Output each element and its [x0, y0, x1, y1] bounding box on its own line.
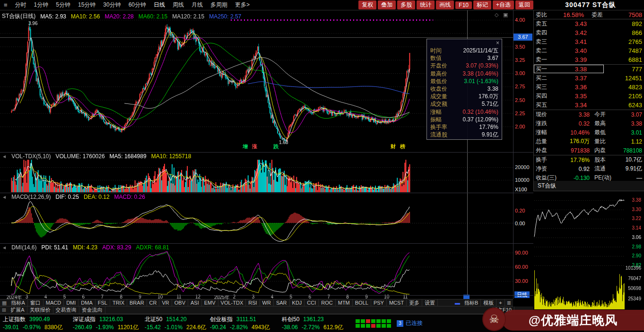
connection-count-badge[interactable]: 3 — [397, 320, 403, 327]
ask-row[interactable]: 卖二3.407487 — [534, 46, 644, 55]
index-line2: -38.06-2.72%612.9亿 — [282, 323, 350, 332]
ask-row[interactable]: 卖五3.43892 — [534, 19, 644, 28]
collapse-icon[interactable]: ◀ — [3, 195, 6, 199]
add-favorite-button[interactable]: +自选 — [493, 0, 514, 9]
indicator-tab-22[interactable]: PSY — [371, 299, 387, 306]
menu-icon[interactable]: ≡ — [0, 1, 11, 9]
volume-axis-label: 20000 — [515, 164, 533, 170]
stat-value: 10.7亿 — [619, 156, 642, 164]
period-more[interactable]: 更多> — [231, 1, 253, 9]
indicator-right-tab-0[interactable]: 指标B — [462, 299, 481, 306]
indicator-tab-6[interactable]: TRIX — [110, 299, 127, 306]
indicator-tab-7[interactable]: BRAR — [127, 299, 147, 306]
list-menu-icon[interactable]: ≣ — [505, 300, 513, 306]
bid-row[interactable]: 买二3.3712451 — [534, 74, 644, 83]
bottom-tab-1[interactable]: 关联报价 — [27, 306, 53, 314]
expand-grid-icon[interactable]: ⊞ — [0, 307, 8, 313]
indicator-tab-18[interactable]: CCI — [305, 299, 319, 306]
indicator-tab-14[interactable]: RSI — [246, 299, 260, 306]
ask-label: 卖五 — [536, 20, 557, 28]
diamond-icon[interactable]: ◇ — [495, 12, 498, 18]
mark-button[interactable]: 标记 — [473, 0, 491, 9]
indicator-right-tab-1[interactable]: 模板 — [481, 299, 496, 306]
period-weekly[interactable]: 周线 — [169, 1, 188, 9]
bid-row[interactable]: 买四3.352105 — [534, 92, 644, 101]
period-1min[interactable]: 1分钟 — [30, 1, 52, 9]
indicator-tab-1[interactable]: 窗口 — [28, 299, 44, 306]
multi-stock-button[interactable]: 多股 — [397, 0, 415, 9]
index-amount: 612.9亿 — [323, 323, 343, 332]
indicator-tab-23[interactable]: MCST — [387, 299, 407, 306]
popup-row: 最低价3.01 (-1.63%) — [430, 77, 498, 85]
period-multi[interactable]: 多周期 — [207, 1, 231, 9]
indicator-tab-15[interactable]: WR — [260, 299, 274, 306]
market-block — [366, 324, 370, 328]
event-flag-3[interactable]: 跌 — [273, 143, 278, 150]
back-button[interactable]: 返回 — [515, 0, 533, 9]
stat-row: 外盘971838内盘788108 — [534, 146, 644, 155]
vol-header-seg-0: VOL-TDX(5,10) — [11, 153, 51, 160]
crosshair-price-label: 3.67 — [513, 34, 532, 41]
indicator-tab-20[interactable]: MTM — [336, 299, 353, 306]
period-tabs: 分时1分钟5分钟15分钟30分钟60分钟日线周线月线多周期更多> — [11, 1, 253, 9]
period-15min[interactable]: 15分钟 — [74, 1, 99, 9]
event-flag-2[interactable]: 涨 — [252, 143, 257, 150]
bid-price: 3.34 — [557, 102, 587, 109]
stat-value: 0.92 — [560, 166, 590, 172]
period-time-share[interactable]: 分时 — [11, 1, 30, 9]
indicator-tab-25[interactable]: 设置 — [422, 299, 438, 306]
indicator-tab-3[interactable]: DMI — [64, 299, 78, 306]
mini-price-label: 3.14 — [625, 225, 641, 230]
popup-row-label: 流通股 — [430, 131, 447, 138]
popup-row-label: 收盘价 — [430, 85, 447, 93]
ask-row[interactable]: 卖三3.412765 — [534, 37, 644, 46]
bid-row[interactable]: 买一3.38777 — [534, 65, 644, 74]
macd-chart[interactable] — [0, 193, 513, 243]
ask-row[interactable]: 卖四3.42866 — [534, 28, 644, 37]
event-flag-4[interactable]: 财 — [391, 143, 396, 150]
indicator-tab-16[interactable]: SAR — [274, 299, 290, 306]
ask-row[interactable]: 卖一3.396881 — [534, 55, 644, 64]
window-icon[interactable]: ▣ — [503, 12, 508, 18]
bottom-tab-2[interactable]: 交易查询 — [53, 306, 79, 314]
event-flag-1[interactable]: 增 — [243, 143, 248, 150]
ma-legend-3: MA20: 2.28 — [104, 13, 133, 20]
period-monthly[interactable]: 月线 — [188, 1, 207, 9]
collapse-icon[interactable]: ◀ — [3, 154, 6, 159]
bid-row[interactable]: 买五3.346243 — [534, 101, 644, 110]
indicator-tab-8[interactable]: CR — [147, 299, 160, 306]
event-flag-5[interactable]: 榜 — [400, 143, 405, 150]
index-value: 3990.49 — [29, 315, 50, 323]
indicator-tab-10[interactable]: OBV — [172, 299, 188, 306]
stats-button[interactable]: 统计 — [417, 0, 435, 9]
bottom-tab-3[interactable]: 资金流向 — [79, 306, 105, 314]
indicator-tab-4[interactable]: DMA — [78, 299, 95, 306]
indicator-tab-2[interactable]: MACD — [44, 299, 64, 306]
mini-chart-tab[interactable]: ST合纵 — [533, 181, 644, 191]
period-30min[interactable]: 30分钟 — [99, 1, 124, 9]
bid-label: 买三 — [536, 83, 557, 91]
f10-button[interactable]: F10 — [455, 1, 472, 9]
indicator-tab-21[interactable]: BOLL — [353, 299, 371, 306]
period-60min[interactable]: 60分钟 — [125, 1, 150, 9]
indicator-right-tab-2[interactable]: + — [496, 299, 505, 306]
bid-row[interactable]: 买三3.364823 — [534, 83, 644, 92]
close-icon[interactable]: × — [496, 40, 499, 46]
indicator-tab-11[interactable]: ASI — [188, 299, 202, 306]
collapse-icon[interactable]: ◀ — [3, 246, 6, 250]
dmi-chart[interactable] — [0, 243, 513, 295]
period-5min[interactable]: 5分钟 — [52, 1, 74, 9]
volume-axis-label: 10000 — [515, 177, 533, 183]
draw-line-button[interactable]: 画线 — [436, 0, 454, 9]
overlay-button[interactable]: 叠加 — [378, 0, 396, 9]
ask-price: 3.39 — [557, 56, 587, 63]
indicator-tab-5[interactable]: FSL — [96, 299, 110, 306]
indicator-tab-24[interactable]: 更多 — [407, 299, 422, 306]
ask-volume: 2765 — [628, 38, 642, 45]
indicator-tab-17[interactable]: KDJ — [290, 299, 305, 306]
adjust-button[interactable]: 复权 — [358, 0, 376, 9]
indicator-tab-9[interactable]: VR — [159, 299, 172, 306]
bottom-tab-0[interactable]: 扩展A — [8, 306, 27, 314]
period-daily[interactable]: 日线 — [150, 1, 169, 9]
indicator-tab-19[interactable]: ROC — [319, 299, 335, 306]
